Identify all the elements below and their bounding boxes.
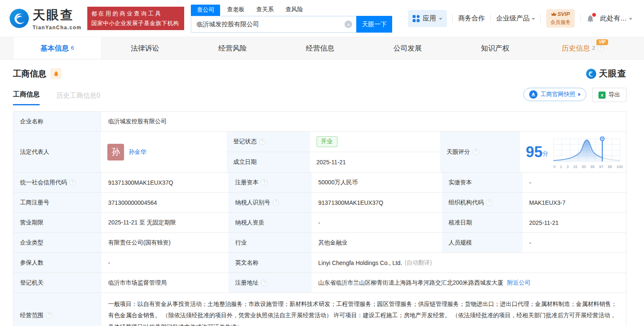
staff-size-label: 人员规模 [442,233,522,252]
export-button[interactable]: 导出 [592,88,626,102]
table-row: 营业期限 2025-11-21 至 无固定期限 纳税人资质 - 核准日期 202… [13,212,626,232]
tianyancha-logo[interactable]: 天眼查 TianYanCha.com [9,7,81,31]
tab-count: 2 [592,45,595,51]
reg-authority-label: 登记机关 [13,273,101,293]
search-input[interactable] [191,16,356,33]
help-icon[interactable] [473,149,479,155]
score-label: 天眼评分 [440,132,520,172]
search-tab-company[interactable]: 查公司 [191,5,220,16]
search-tab-relation[interactable]: 查关系 [256,4,274,16]
insured-value: - [101,253,228,273]
status-badge: 开业 [317,136,337,147]
address-value: 山东省临沂市兰山区柳青街道上海路与孝河路交汇北200米路西城发大厦 附近公司 [312,273,626,293]
username: 此处有… [600,14,627,23]
vip-badge: VIP [596,39,608,45]
reg-status-label: 登记状态 [227,132,310,152]
taxpayer-id-label: 纳税人识别号 [228,193,312,212]
tab-count: 6 [71,45,74,51]
tab-operation-risk[interactable]: 经营风险 [189,37,276,59]
help-icon[interactable] [598,45,604,51]
tab-intellectual-property[interactable]: 知识产权 [451,37,539,59]
subtab-business-info[interactable]: 工商信息 [13,90,40,105]
table-row: 登记机关 临沂市市场监督管理局 注册地址 山东省临沂市兰山区柳青街道上海路与孝河… [13,273,626,293]
english-name-label: 英文名称 [228,253,312,273]
taxpayer-quality-value: - [312,213,442,232]
search-button[interactable]: 天眼一下 [356,16,392,33]
tab-basic-info[interactable]: 基本信息 6 [13,37,101,59]
company-nav-tabs: 基本信息 6 法律诉讼 经营风险 经营信息 公司发展 知识产权 VIP 历史信息… [0,37,644,59]
search-area: 查公司 查老板 查关系 查风险 天眼一下 [191,4,392,33]
insured-label: 参保人数 [13,253,101,273]
tab-company-development[interactable]: 公司发展 [364,37,451,59]
enterprise-products-menu[interactable]: 企业级产品 [496,14,535,23]
section-title: 工商信息 [13,68,46,79]
company-name-value: 临沂城发控股有限公司 [101,112,626,131]
tab-legal-litigation[interactable]: 法律诉讼 [101,37,189,59]
industry-value: 其他金融业 [312,233,442,252]
address-label: 注册地址 [228,273,312,293]
nearby-companies-link[interactable]: 附近公司 [507,279,530,287]
english-name-value: Linyi Chengfa Holdings Co., Ltd. (自动翻译) [312,253,626,273]
legal-rep-label: 法定代表人 [13,132,101,172]
table-row: 企业名称 临沂城发控股有限公司 [13,112,626,131]
search-tab-boss[interactable]: 查老板 [227,4,244,16]
help-icon[interactable] [486,199,492,206]
notification-badge [592,13,596,17]
reg-number-value: 371300000004564 [101,193,228,212]
reg-capital-label: 注册资本 [228,173,312,192]
apps-grid-icon [413,15,420,22]
tab-history-info[interactable]: VIP 历史信息 2 [539,37,626,59]
credit-code-label: 统一社会信用代码 [13,173,101,192]
help-icon[interactable] [259,139,266,145]
help-icon[interactable] [69,179,76,186]
help-icon[interactable] [273,199,279,206]
business-term-value: 2025-11-21 至 无固定期限 [101,213,228,232]
legal-rep-avatar[interactable]: 孙 [107,144,124,160]
business-scope-value: 一般项目：以自有资金从事投资活动；土地整治服务；市政设施管理；新材料技术研发；工… [101,293,626,326]
excel-icon [598,92,606,99]
chevron-down-icon [532,18,535,20]
approval-date-value: 2025-11-21 [522,213,626,232]
score-chart-x-axis: 01 315 5085 9799 100 [553,165,623,169]
help-icon[interactable] [261,179,267,186]
header-right: 应用 商务合作 企业级产品 SVIP 会员服务 [408,9,644,28]
divider [452,15,453,22]
apps-menu-button[interactable]: 应用 [408,10,447,27]
section-header: 工商信息 天眼查 [0,59,644,79]
svip-member-button[interactable]: SVIP 会员服务 [546,9,575,28]
score-value: 95 分 [520,132,626,172]
business-scope-label: 经营范围 [13,293,101,326]
user-menu[interactable]: 此处有… [600,14,632,23]
watermark-brand: 天眼查 [586,68,626,79]
legal-rep-name-link[interactable]: 孙金华 [129,148,146,156]
taxpayer-quality-label: 纳税人资质 [228,213,312,232]
company-name-label: 企业名称 [13,112,101,131]
score-chart: 01 315 5085 9799 100 [553,135,623,169]
search-tab-risk[interactable]: 查风险 [285,4,303,16]
business-term-label: 营业期限 [13,213,101,232]
tianyancha-logo-icon [9,8,29,28]
auto-translate-note: (自动翻译) [405,259,432,267]
official-snapshot-button[interactable]: 工商官网快照 [523,88,586,101]
paid-capital-label: 实缴资本 [442,173,522,192]
subscribe-bell-button[interactable] [51,68,61,79]
arrow-right-icon [578,93,581,96]
search-tabs: 查公司 查老板 查关系 查风险 [191,4,392,16]
org-code-label: 组织机构代码 [442,193,522,212]
reg-status-value: 开业 [310,132,440,152]
business-cooperation-link[interactable]: 商务合作 [458,14,485,23]
slogan-line1: 都在用的商业查询工具 [91,10,180,18]
tab-operation-info[interactable]: 经营信息 [276,37,364,59]
help-icon[interactable] [261,280,267,286]
reg-capital-value: 50000万人民币 [312,173,442,192]
establish-date-value: 2025-11-21 [310,152,440,172]
subtab-history-business-info[interactable]: 历史工商信息0 [56,92,100,105]
establish-date-label: 成立日期 [227,152,310,172]
notifications-bell-icon[interactable] [586,14,595,23]
score-unit: 分 [543,150,548,158]
crown-icon [551,12,556,16]
help-icon[interactable] [46,312,52,318]
table-row: 工商注册号 371300000004564 纳税人识别号 91371300MAK… [13,192,626,212]
credit-code-value: 91371300MAK1EUX37Q [101,173,228,192]
slogan-banner: 都在用的商业查询工具 国家中小企业发展子基金旗下机构 [87,7,184,30]
